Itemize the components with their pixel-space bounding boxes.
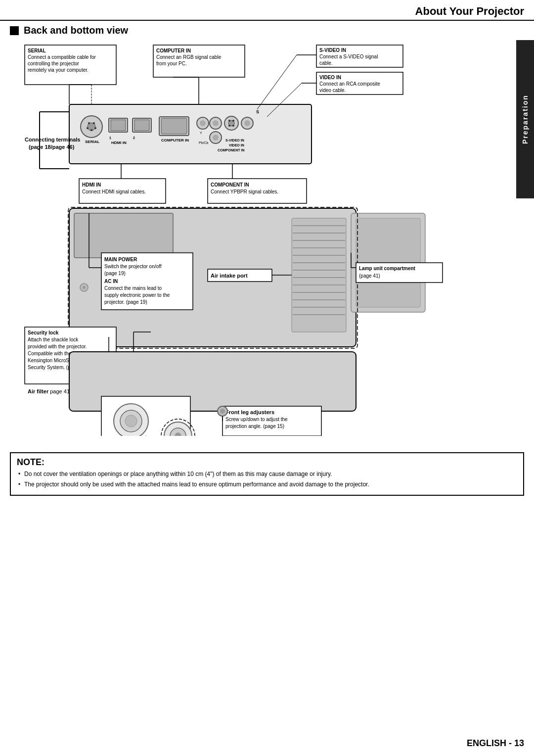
svg-point-49 [232,125,234,127]
svg-text:VIDEO IN: VIDEO IN [229,143,244,147]
svg-text:Connect HDMI signal cables.: Connect HDMI signal cables. [82,189,146,194]
note-section: NOTE: Do not cover the ventilation openi… [10,452,524,496]
svg-point-96 [83,286,86,289]
page-header: About Your Projector [0,0,534,21]
svg-point-51 [244,120,250,126]
svg-text:S-VIDEO IN: S-VIDEO IN [319,47,346,53]
svg-point-24 [94,127,96,129]
svg-rect-17 [69,104,312,164]
svg-text:video cable.: video cable. [319,88,346,93]
svg-text:from your PC.: from your PC. [156,61,187,66]
svg-point-46 [228,120,230,122]
svg-text:(page 18/page 46): (page 18/page 46) [29,144,75,150]
svg-text:Lamp unit compartment: Lamp unit compartment [359,266,416,271]
svg-text:COMPONENT IN: COMPONENT IN [218,148,244,152]
svg-text:Screw up/down to adjust the: Screw up/down to adjust the [225,417,288,422]
svg-text:COMPUTER IN: COMPUTER IN [161,138,189,142]
svg-point-22 [87,127,89,129]
section-title-bar: Back and bottom view [0,21,534,40]
svg-point-42 [213,135,219,141]
svg-text:Security lock: Security lock [28,330,59,335]
svg-text:1: 1 [109,136,111,140]
note-title: NOTE: [17,457,517,468]
svg-text:COMPUTER IN: COMPUTER IN [156,48,191,53]
page: About Your Projector Back and bottom vie… [0,0,534,756]
svg-point-40 [213,120,219,126]
note-item-2: The projector should only be used with t… [17,480,517,489]
svg-text:Connect an RCA composite: Connect an RCA composite [319,81,380,87]
svg-text:SERIAL: SERIAL [85,140,99,144]
svg-text:Connect the mains lead to: Connect the mains lead to [104,285,162,291]
svg-text:(page 41): (page 41) [359,273,380,279]
note-item-1: Do not cover the ventilation openings or… [17,470,517,478]
svg-text:cable.: cable. [319,60,333,66]
main-content: Preparation SERIAL Connect a compatible … [0,40,534,447]
svg-text:remotely via your computer.: remotely via your computer. [28,67,89,73]
svg-text:S-VIDEO IN: S-VIDEO IN [225,139,244,142]
svg-text:SERIAL: SERIAL [28,48,46,53]
svg-point-48 [228,125,230,127]
section-title: Back and bottom view [24,25,128,36]
svg-text:projection angle. (page 15): projection angle. (page 15) [225,424,284,429]
svg-text:Air intake port: Air intake port [211,273,248,279]
svg-text:AC IN: AC IN [104,279,118,284]
svg-text:Switch the projector on/off: Switch the projector on/off [104,264,162,269]
svg-text:(page 19): (page 19) [104,271,126,276]
svg-rect-30 [134,120,149,131]
svg-text:HDMI IN: HDMI IN [111,141,127,145]
svg-text:MAIN POWER: MAIN POWER [104,257,137,262]
section-icon [10,26,19,35]
svg-point-47 [232,120,234,122]
svg-point-20 [88,122,90,124]
svg-rect-27 [111,120,126,131]
svg-text:2: 2 [133,136,135,140]
page-title: About Your Projector [415,5,524,18]
svg-text:Y: Y [200,131,202,135]
svg-point-153 [220,409,225,414]
svg-text:Connect a S-VIDEO signal: Connect a S-VIDEO signal [319,54,378,59]
page-footer: ENGLISH - 13 [467,738,524,749]
svg-text:supply electronic power to the: supply electronic power to the [104,292,170,298]
svg-text:S: S [256,109,259,114]
svg-point-21 [93,122,95,124]
svg-text:VIDEO IN: VIDEO IN [319,75,341,80]
svg-text:provided with the projector.: provided with the projector. [28,344,87,349]
svg-text:Pb/Cb: Pb/Cb [199,141,209,144]
svg-point-138 [125,415,137,427]
svg-text:Attach the shackle lock: Attach the shackle lock [28,337,79,342]
svg-text:COMPONENT IN: COMPONENT IN [211,182,249,188]
main-diagram: SERIAL Connect a compatible cable for co… [10,40,514,436]
diagram-container: SERIAL Connect a compatible cable for co… [10,40,524,437]
svg-text:Front leg adjusters: Front leg adjusters [225,409,274,415]
svg-point-23 [90,129,92,131]
svg-text:Connect a compatible cable for: Connect a compatible cable for [28,54,96,60]
svg-text:Connect an RGB signal cable: Connect an RGB signal cable [156,54,222,60]
svg-line-62 [257,55,297,109]
svg-text:projector. (page 19): projector. (page 19) [104,299,147,305]
svg-text:controlling the projector: controlling the projector [28,61,80,66]
svg-text:Connecting terminals: Connecting terminals [25,137,80,142]
svg-rect-34 [161,118,187,134]
svg-text:Air filter page 41: Air filter page 41 [28,388,70,394]
svg-point-37 [200,120,206,126]
svg-text:HDMI IN: HDMI IN [82,182,101,188]
svg-text:Connect YPBPR signal cables.: Connect YPBPR signal cables. [211,189,278,194]
svg-text:Compatible with the: Compatible with the [28,351,71,356]
